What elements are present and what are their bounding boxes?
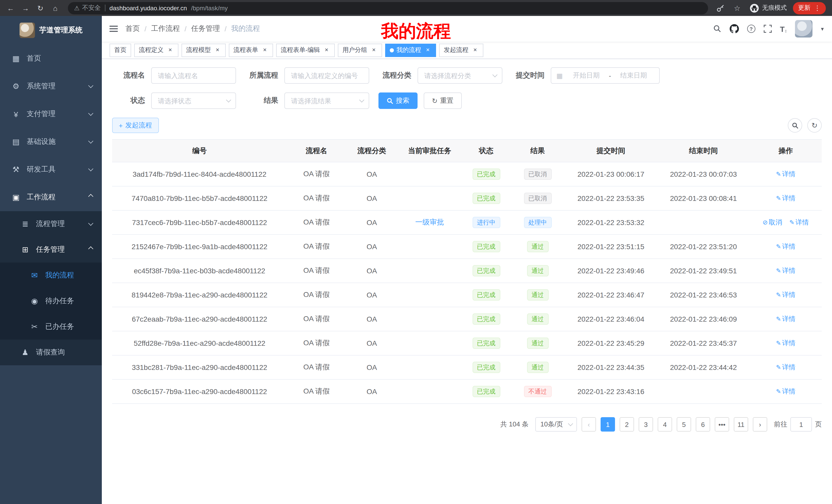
edit-icon: ✎ bbox=[776, 195, 781, 202]
sidebar-item-label: 首页 bbox=[27, 54, 41, 63]
incognito-chip[interactable]: 无痕模式 bbox=[750, 3, 787, 12]
search-icon[interactable] bbox=[713, 25, 722, 33]
reset-button[interactable]: ↻ 重置 bbox=[424, 92, 462, 109]
tab[interactable]: 流程定义 × bbox=[134, 44, 178, 57]
create-process-button[interactable]: + 发起流程 bbox=[112, 118, 159, 133]
tab[interactable]: 流程模型 × bbox=[182, 44, 226, 57]
search-toggle-button[interactable] bbox=[788, 118, 802, 133]
tab[interactable]: 流程表单-编辑 × bbox=[276, 44, 335, 57]
search-button[interactable]: 搜索 bbox=[379, 92, 418, 109]
reload-icon[interactable]: ↻ bbox=[34, 2, 47, 15]
sidebar-item-task-management[interactable]: ⊞ 任务管理 bbox=[0, 237, 102, 262]
detail-link[interactable]: ✎详情 bbox=[776, 267, 796, 274]
detail-link[interactable]: ✎详情 bbox=[776, 315, 796, 323]
create-process-label: 发起流程 bbox=[125, 121, 152, 130]
result-select[interactable] bbox=[284, 92, 369, 109]
cancel-link[interactable]: ⊘取消 bbox=[762, 218, 782, 226]
goto-page-input[interactable] bbox=[790, 417, 812, 431]
chevron-down-icon bbox=[568, 421, 573, 426]
sidebar-item-my-process[interactable]: ✉ 我的流程 bbox=[0, 262, 102, 288]
sidebar-item-process-management[interactable]: ≣ 流程管理 bbox=[0, 211, 102, 237]
date-end-placeholder[interactable]: 结束日期 bbox=[613, 71, 654, 80]
key-icon[interactable] bbox=[716, 4, 725, 12]
page-button[interactable]: 1 bbox=[601, 417, 615, 431]
detail-link[interactable]: ✎详情 bbox=[776, 339, 796, 347]
sidebar-item-home[interactable]: ▦ 首页 bbox=[0, 45, 102, 73]
back-icon[interactable]: ← bbox=[4, 2, 17, 15]
tab[interactable]: 流程表单 × bbox=[229, 44, 273, 57]
detail-link[interactable]: ✎详情 bbox=[776, 291, 796, 299]
tab[interactable]: 发起流程 × bbox=[439, 44, 483, 57]
sidebar-item-workflow[interactable]: ▣ 工作流程 bbox=[0, 184, 102, 211]
detail-link[interactable]: ✎详情 bbox=[776, 170, 796, 178]
close-icon[interactable]: × bbox=[214, 47, 221, 54]
detail-link[interactable]: ✎详情 bbox=[789, 218, 809, 226]
tab[interactable]: 首页 × bbox=[109, 44, 131, 57]
address-bar[interactable]: ⚠ 不安全 dashboard.yudao.iocoder.cn /bpm/ta… bbox=[68, 2, 708, 14]
sidebar-item-system[interactable]: ⚙ 系统管理 bbox=[0, 73, 102, 100]
close-icon[interactable]: × bbox=[471, 47, 479, 54]
breadcrumb-item[interactable]: 首页 bbox=[126, 24, 140, 33]
detail-link[interactable]: ✎详情 bbox=[776, 387, 796, 395]
sidebar-item-payment[interactable]: ¥ 支付管理 bbox=[0, 100, 102, 128]
date-range-picker[interactable]: ▦ 开始日期 - 结束日期 bbox=[551, 67, 660, 84]
font-size-icon[interactable]: T↕ bbox=[780, 24, 787, 33]
next-page-button[interactable]: › bbox=[753, 417, 767, 431]
detail-link[interactable]: ✎详情 bbox=[776, 363, 796, 371]
page-button[interactable]: 4 bbox=[658, 417, 672, 431]
breadcrumb-item[interactable]: 任务管理 bbox=[191, 24, 220, 33]
incognito-icon bbox=[750, 3, 759, 12]
help-icon[interactable]: ? bbox=[747, 25, 755, 33]
page-button[interactable]: 3 bbox=[639, 417, 653, 431]
security-warning[interactable]: ⚠ 不安全 bbox=[74, 4, 101, 12]
app-logo[interactable]: 芋道管理系统 bbox=[0, 16, 102, 45]
close-icon[interactable]: × bbox=[323, 47, 330, 54]
cell-category: OA bbox=[346, 307, 397, 331]
fullscreen-icon[interactable] bbox=[763, 25, 772, 33]
sidebar-item-todo-tasks[interactable]: ◉ 待办任务 bbox=[0, 288, 102, 314]
prev-page-button[interactable]: ‹ bbox=[581, 417, 596, 431]
tab[interactable]: 我的流程 × bbox=[385, 44, 436, 57]
sidebar-item-leave-query[interactable]: ♟ 请假查询 bbox=[0, 340, 102, 365]
cell-actions: ⊘ ✎详情 bbox=[750, 186, 822, 211]
close-icon[interactable]: × bbox=[370, 47, 378, 54]
sidebar-item-done-tasks[interactable]: ✂ 已办任务 bbox=[0, 314, 102, 340]
caret-down-icon[interactable]: ▾ bbox=[821, 25, 824, 32]
date-start-placeholder[interactable]: 开始日期 bbox=[566, 71, 607, 80]
close-icon[interactable]: × bbox=[166, 47, 174, 54]
page-button[interactable]: 5 bbox=[677, 417, 691, 431]
breadcrumb: 首页 / 工作流程 / 任务管理 / 我的流程 bbox=[126, 24, 260, 33]
update-button[interactable]: 更新 ⋮ bbox=[793, 2, 826, 14]
process-name-input[interactable] bbox=[151, 67, 236, 84]
refresh-button[interactable]: ↻ bbox=[807, 118, 822, 133]
page-size-select[interactable]: 10条/页 bbox=[535, 417, 577, 431]
table-header-row: 编号 流程名 流程分类 当前审批任务 状态 结果 提交时间 结束时间 操作 bbox=[112, 139, 822, 162]
avatar[interactable] bbox=[795, 20, 813, 37]
sidebar-item-devtools[interactable]: ⚒ 研发工具 bbox=[0, 156, 102, 184]
cell-submit-time: 2022-01-22 23:51:15 bbox=[565, 234, 657, 259]
close-icon[interactable]: × bbox=[261, 47, 268, 54]
page-button[interactable]: 6 bbox=[696, 417, 710, 431]
process-definition-input[interactable] bbox=[284, 67, 369, 84]
filter-status: 状态 bbox=[112, 92, 236, 109]
github-icon[interactable] bbox=[730, 24, 739, 33]
cell-result: 通过 bbox=[511, 234, 565, 259]
hamburger-icon[interactable] bbox=[102, 26, 126, 32]
status-select[interactable] bbox=[151, 92, 236, 109]
forward-icon[interactable]: → bbox=[19, 2, 32, 15]
home-icon[interactable]: ⌂ bbox=[49, 2, 62, 15]
bookmark-star-icon[interactable]: ☆ bbox=[731, 2, 744, 15]
page-button[interactable]: 2 bbox=[620, 417, 634, 431]
cell-result: 通过 bbox=[511, 307, 565, 331]
more-menu-icon[interactable]: ⋮ bbox=[814, 4, 821, 12]
page-button[interactable]: ••• bbox=[715, 417, 729, 431]
current-task-link[interactable]: 一级审批 bbox=[415, 218, 444, 226]
detail-link[interactable]: ✎详情 bbox=[776, 194, 796, 202]
page-button[interactable]: 11 bbox=[734, 417, 748, 431]
sidebar-item-infrastructure[interactable]: ▤ 基础设施 bbox=[0, 128, 102, 156]
tab[interactable]: 用户分组 × bbox=[338, 44, 382, 57]
detail-link[interactable]: ✎详情 bbox=[776, 243, 796, 250]
category-select[interactable] bbox=[418, 67, 502, 84]
breadcrumb-item[interactable]: 工作流程 bbox=[151, 24, 180, 33]
close-icon[interactable]: × bbox=[424, 47, 432, 54]
